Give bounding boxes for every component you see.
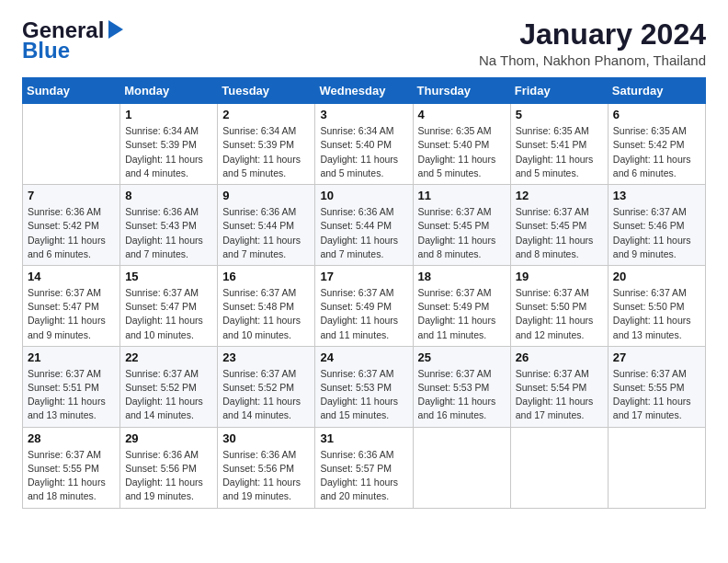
svg-marker-0 [108,20,123,39]
day-number: 4 [418,108,506,121]
day-detail: Sunrise: 6:36 AM Sunset: 5:43 PM Dayligh… [125,205,212,261]
daylight-text: Daylight: 11 hours and 10 minutes. [222,315,301,339]
day-number: 8 [125,189,212,202]
sunrise-text: Sunrise: 6:37 AM [125,287,199,298]
day-number: 31 [320,431,407,445]
daylight-text: Daylight: 11 hours and 20 minutes. [320,477,398,501]
daylight-text: Daylight: 11 hours and 9 minutes. [613,235,691,259]
sunrise-text: Sunrise: 6:37 AM [28,287,101,298]
sunrise-text: Sunrise: 6:35 AM [516,125,589,136]
day-number: 30 [222,431,310,445]
sunrise-text: Sunrise: 6:37 AM [418,287,492,298]
daylight-text: Daylight: 11 hours and 5 minutes. [320,154,398,178]
day-detail: Sunrise: 6:37 AM Sunset: 5:50 PM Dayligh… [516,286,603,342]
sunset-text: Sunset: 5:49 PM [418,301,490,312]
sunrise-text: Sunrise: 6:37 AM [28,368,101,379]
week-row-2: 7 Sunrise: 6:36 AM Sunset: 5:42 PM Dayli… [23,185,706,266]
day-detail: Sunrise: 6:35 AM Sunset: 5:41 PM Dayligh… [516,124,603,180]
table-cell [608,427,705,508]
table-cell: 31 Sunrise: 6:36 AM Sunset: 5:57 PM Dayl… [315,427,413,508]
sunset-text: Sunset: 5:45 PM [418,220,490,231]
daylight-text: Daylight: 11 hours and 11 minutes. [418,315,496,339]
header-monday: Monday [120,78,218,104]
daylight-text: Daylight: 11 hours and 7 minutes. [125,235,203,259]
sunset-text: Sunset: 5:56 PM [125,463,197,474]
sunrise-text: Sunrise: 6:36 AM [320,449,393,460]
daylight-text: Daylight: 11 hours and 19 minutes. [125,477,203,501]
daylight-text: Daylight: 11 hours and 13 minutes. [28,396,106,420]
daylight-text: Daylight: 11 hours and 15 minutes. [320,396,398,420]
table-cell: 29 Sunrise: 6:36 AM Sunset: 5:56 PM Dayl… [120,427,218,508]
day-number: 21 [28,350,115,364]
day-number: 19 [516,270,603,283]
day-detail: Sunrise: 6:35 AM Sunset: 5:40 PM Dayligh… [418,124,506,180]
sunrise-text: Sunrise: 6:36 AM [222,206,296,217]
header: General Blue January 2024 Na Thom, Nakho… [22,18,706,68]
daylight-text: Daylight: 11 hours and 5 minutes. [418,154,496,178]
daylight-text: Daylight: 11 hours and 9 minutes. [28,315,106,339]
day-detail: Sunrise: 6:36 AM Sunset: 5:42 PM Dayligh… [28,205,115,261]
sunrise-text: Sunrise: 6:37 AM [125,368,199,379]
table-cell: 8 Sunrise: 6:36 AM Sunset: 5:43 PM Dayli… [120,185,218,266]
calendar-title: January 2024 [479,18,706,51]
day-detail: Sunrise: 6:37 AM Sunset: 5:47 PM Dayligh… [28,286,115,342]
day-number: 15 [125,270,212,283]
sunset-text: Sunset: 5:52 PM [125,382,197,393]
table-cell: 17 Sunrise: 6:37 AM Sunset: 5:49 PM Dayl… [315,265,413,346]
table-cell: 7 Sunrise: 6:36 AM Sunset: 5:42 PM Dayli… [23,185,120,266]
day-detail: Sunrise: 6:37 AM Sunset: 5:48 PM Dayligh… [222,286,310,342]
table-cell: 14 Sunrise: 6:37 AM Sunset: 5:47 PM Dayl… [23,265,120,346]
header-thursday: Thursday [413,78,510,104]
sunrise-text: Sunrise: 6:37 AM [516,368,589,379]
day-detail: Sunrise: 6:37 AM Sunset: 5:55 PM Dayligh… [28,448,115,504]
day-number: 25 [418,350,506,364]
daylight-text: Daylight: 11 hours and 14 minutes. [222,396,301,420]
day-number: 1 [125,108,212,121]
sunrise-text: Sunrise: 6:37 AM [320,287,393,298]
daylight-text: Daylight: 11 hours and 7 minutes. [222,235,301,259]
day-detail: Sunrise: 6:37 AM Sunset: 5:52 PM Dayligh… [125,367,212,423]
sunset-text: Sunset: 5:40 PM [320,139,392,150]
daylight-text: Daylight: 11 hours and 18 minutes. [28,477,106,501]
day-detail: Sunrise: 6:34 AM Sunset: 5:39 PM Dayligh… [222,124,310,180]
table-cell: 6 Sunrise: 6:35 AM Sunset: 5:42 PM Dayli… [608,104,705,185]
table-cell: 12 Sunrise: 6:37 AM Sunset: 5:45 PM Dayl… [510,185,608,266]
sunset-text: Sunset: 5:46 PM [613,220,685,231]
sunrise-text: Sunrise: 6:37 AM [418,368,492,379]
sunrise-text: Sunrise: 6:37 AM [516,287,589,298]
daylight-text: Daylight: 11 hours and 19 minutes. [222,477,301,501]
daylight-text: Daylight: 11 hours and 8 minutes. [516,235,594,259]
table-cell: 10 Sunrise: 6:36 AM Sunset: 5:44 PM Dayl… [315,185,413,266]
daylight-text: Daylight: 11 hours and 17 minutes. [613,396,691,420]
sunrise-text: Sunrise: 6:36 AM [125,206,199,217]
day-number: 5 [516,108,603,121]
sunrise-text: Sunrise: 6:37 AM [516,206,589,217]
sunrise-text: Sunrise: 6:37 AM [613,287,687,298]
day-number: 9 [222,189,310,202]
day-detail: Sunrise: 6:37 AM Sunset: 5:51 PM Dayligh… [28,367,115,423]
sunset-text: Sunset: 5:41 PM [516,139,587,150]
header-friday: Friday [510,78,608,104]
week-row-1: 1 Sunrise: 6:34 AM Sunset: 5:39 PM Dayli… [23,104,706,185]
sunset-text: Sunset: 5:53 PM [320,382,392,393]
table-cell: 28 Sunrise: 6:37 AM Sunset: 5:55 PM Dayl… [23,427,120,508]
day-number: 6 [613,108,700,121]
day-detail: Sunrise: 6:37 AM Sunset: 5:54 PM Dayligh… [516,367,603,423]
sunset-text: Sunset: 5:42 PM [28,220,99,231]
sunrise-text: Sunrise: 6:34 AM [320,125,393,136]
table-cell [23,104,120,185]
daylight-text: Daylight: 11 hours and 16 minutes. [418,396,496,420]
day-number: 22 [125,350,212,364]
sunset-text: Sunset: 5:40 PM [418,139,490,150]
sunrise-text: Sunrise: 6:37 AM [222,368,296,379]
daylight-text: Daylight: 11 hours and 12 minutes. [516,315,594,339]
sunset-text: Sunset: 5:54 PM [516,382,587,393]
table-cell: 24 Sunrise: 6:37 AM Sunset: 5:53 PM Dayl… [315,346,413,427]
sunrise-text: Sunrise: 6:36 AM [125,449,199,460]
day-number: 28 [28,431,115,445]
logo: General Blue [22,18,123,63]
location-subtitle: Na Thom, Nakhon Phanom, Thailand [479,52,706,68]
day-detail: Sunrise: 6:37 AM Sunset: 5:49 PM Dayligh… [320,286,407,342]
daylight-text: Daylight: 11 hours and 13 minutes. [613,315,691,339]
table-cell: 23 Sunrise: 6:37 AM Sunset: 5:52 PM Dayl… [218,346,315,427]
